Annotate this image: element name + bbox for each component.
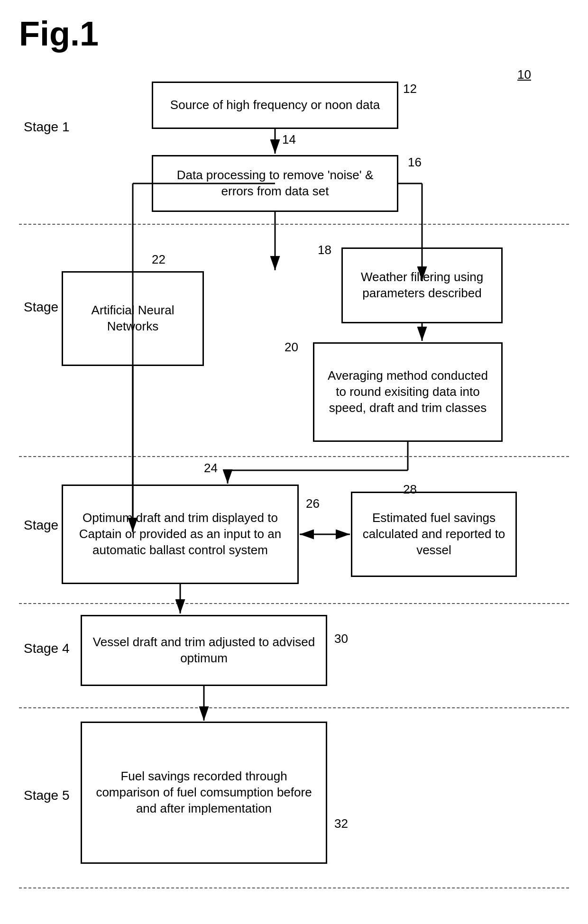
divider-stage5-end: [19, 887, 569, 888]
stage1-label: Stage 1: [24, 119, 70, 135]
divider-stage4-5: [19, 707, 569, 708]
stage4-label: Stage 4: [24, 641, 70, 656]
ref-12: 12: [403, 82, 417, 96]
diagram-area: 10 Stage 1 Stage 2 Stage 3 Stage 4 Stage…: [19, 63, 569, 916]
ref-22: 22: [152, 252, 165, 267]
ref-26: 26: [306, 496, 320, 511]
figure-title: Fig.1: [19, 14, 569, 53]
divider-stage1-2: [19, 224, 569, 225]
ref-20: 20: [285, 340, 298, 355]
ref-30: 30: [334, 631, 348, 646]
box-30: Vessel draft and trim adjusted to advise…: [81, 615, 327, 686]
box-22: Artificial Neural Networks: [62, 271, 204, 366]
box-12: Source of high frequency or noon data: [152, 82, 398, 129]
ref-18: 18: [318, 243, 331, 257]
ref-10: 10: [517, 67, 531, 82]
box-26: Optimum draft and trim displayed to Capt…: [62, 485, 299, 584]
ref-24: 24: [204, 461, 218, 476]
divider-stage3-4: [19, 603, 569, 604]
stage5-label: Stage 5: [24, 788, 70, 803]
divider-stage2-3: [19, 456, 569, 457]
box-18: Weather filtering using parameters descr…: [341, 247, 503, 323]
box-28: Estimated fuel savings calculated and re…: [351, 492, 517, 577]
box-20: Averaging method conducted to round exis…: [313, 342, 503, 442]
ref-14: 14: [282, 132, 296, 147]
ref-28: 28: [403, 482, 417, 497]
ref-16: 16: [408, 155, 422, 170]
box-16: Data processing to remove 'noise' & erro…: [152, 155, 398, 212]
page-container: Fig.1 10 Stage 1 Stage 2 Stage 3 Stage 4…: [0, 0, 588, 924]
box-32: Fuel savings recorded through comparison…: [81, 722, 327, 864]
ref-32: 32: [334, 816, 348, 831]
